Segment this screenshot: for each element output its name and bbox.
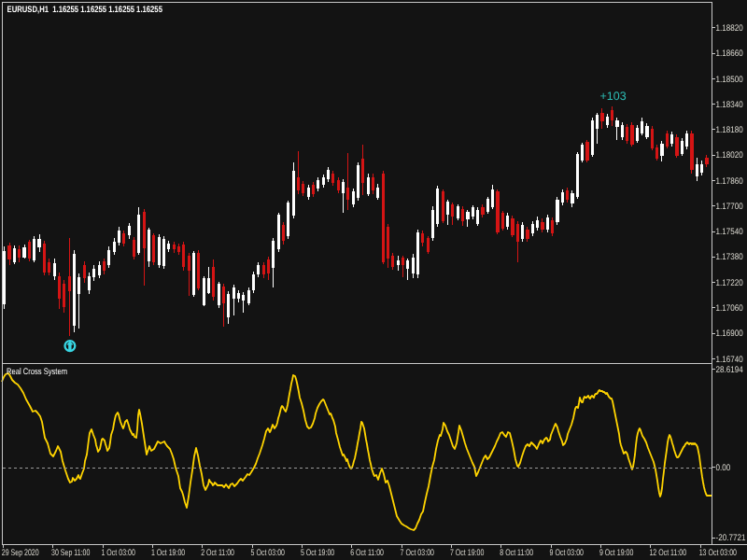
- svg-text:1.18180: 1.18180: [716, 125, 743, 135]
- svg-text:7 Oct 19:00: 7 Oct 19:00: [450, 548, 484, 558]
- svg-text:1.17860: 1.17860: [716, 176, 743, 187]
- svg-text:1.17540: 1.17540: [716, 227, 743, 237]
- svg-text:2 Oct 11:00: 2 Oct 11:00: [201, 548, 234, 558]
- svg-text:1 Oct 19:00: 1 Oct 19:00: [151, 548, 185, 558]
- svg-text:1.16740: 1.16740: [716, 355, 743, 365]
- svg-text:12 Oct 11:00: 12 Oct 11:00: [649, 548, 686, 558]
- svg-text:1 Oct 03:00: 1 Oct 03:00: [102, 548, 135, 558]
- svg-text:8 Oct 11:00: 8 Oct 11:00: [500, 548, 533, 558]
- svg-text:30 Sep 11:00: 30 Sep 11:00: [51, 548, 90, 558]
- svg-text:1.17060: 1.17060: [716, 303, 743, 314]
- svg-text:1.17220: 1.17220: [716, 278, 743, 288]
- svg-text:EURUSD,H1 1.16255 1.16255 1.1: EURUSD,H1 1.16255 1.16255 1.16255 1.1625…: [7, 5, 163, 15]
- svg-text:1.18820: 1.18820: [716, 23, 743, 34]
- svg-text:6 Oct 11:00: 6 Oct 11:00: [350, 548, 384, 558]
- svg-text:29 Sep 2020: 29 Sep 2020: [2, 548, 39, 558]
- svg-text:+103: +103: [600, 90, 627, 103]
- svg-text:13 Oct 03:00: 13 Oct 03:00: [699, 548, 737, 558]
- svg-text:7 Oct 03:00: 7 Oct 03:00: [401, 548, 434, 558]
- svg-text:9 Oct 19:00: 9 Oct 19:00: [599, 548, 633, 558]
- svg-text:1.18660: 1.18660: [716, 49, 743, 59]
- svg-text:1.17380: 1.17380: [716, 252, 743, 262]
- svg-text:1.18020: 1.18020: [716, 150, 743, 161]
- svg-text:5 Oct 19:00: 5 Oct 19:00: [301, 548, 334, 558]
- svg-text:1.17700: 1.17700: [716, 202, 743, 212]
- svg-text:Real Cross System: Real Cross System: [7, 367, 67, 377]
- svg-text:1.18500: 1.18500: [716, 75, 743, 85]
- svg-text:1.16900: 1.16900: [716, 329, 743, 339]
- svg-text:5 Oct 03:00: 5 Oct 03:00: [251, 548, 285, 558]
- svg-text:1.18340: 1.18340: [716, 100, 743, 110]
- svg-text:-20.7721: -20.7721: [716, 533, 746, 543]
- svg-text:0.00: 0.00: [716, 463, 731, 473]
- svg-text:28.6194: 28.6194: [716, 365, 743, 375]
- svg-text:9 Oct 03:00: 9 Oct 03:00: [550, 548, 584, 558]
